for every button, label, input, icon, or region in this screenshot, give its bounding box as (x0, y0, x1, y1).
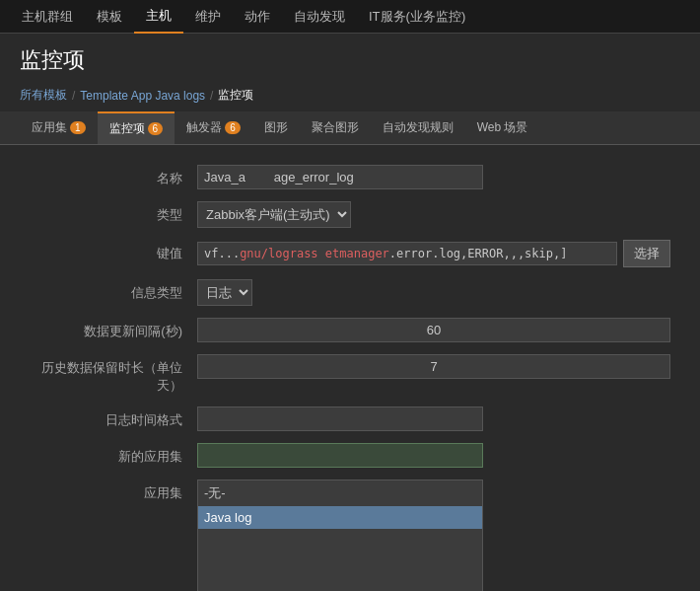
breadcrumb-sep2: / (210, 89, 213, 103)
breadcrumb-current: 监控项 (218, 87, 253, 104)
nav-actions[interactable]: 动作 (233, 0, 282, 34)
new-app-label: 新的应用集 (30, 443, 197, 466)
breadcrumb-all-templates[interactable]: 所有模板 (20, 87, 67, 104)
type-select[interactable]: Zabbix客户端(主动式) (197, 201, 351, 228)
breadcrumb-sep1: / (72, 89, 75, 103)
tab-discovery-rules[interactable]: 自动发现规则 (371, 112, 465, 143)
info-type-select[interactable]: 日志 (197, 279, 252, 306)
nav-hosts[interactable]: 主机 (134, 0, 183, 34)
app-label: 应用集 (30, 480, 197, 502)
key-label: 键值 (30, 240, 197, 262)
tab-web-scenarios[interactable]: Web 场景 (465, 112, 540, 143)
breadcrumb-template[interactable]: Template App Java logs (80, 89, 205, 103)
app-row: 应用集 -无- Java log (30, 480, 670, 591)
key-display: vf...gnu/lograss etmanager.error.log,ERR… (197, 242, 617, 265)
tab-graphs[interactable]: 图形 (252, 112, 300, 143)
history-field-wrapper (197, 354, 670, 379)
name-field-wrapper (197, 165, 670, 189)
log-time-fmt-label: 日志时间格式 (30, 406, 197, 429)
app-listbox[interactable]: -无- Java log (197, 480, 483, 591)
info-type-label: 信息类型 (30, 279, 197, 302)
name-input[interactable] (197, 165, 483, 189)
tab-applications[interactable]: 应用集1 (20, 112, 98, 143)
update-interval-input[interactable] (197, 318, 670, 342)
tab-items[interactable]: 监控项6 (98, 111, 175, 144)
nav-maintenance[interactable]: 维护 (183, 0, 233, 34)
update-interval-label: 数据更新间隔(秒) (30, 318, 197, 340)
top-navigation: 主机群组 模板 主机 维护 动作 自动发现 IT服务(业务监控) (0, 0, 700, 34)
history-input[interactable] (197, 354, 670, 379)
new-app-field-wrapper (197, 443, 670, 468)
log-time-fmt-field-wrapper (197, 406, 670, 431)
log-time-fmt-input[interactable] (197, 406, 483, 431)
new-app-input[interactable] (197, 443, 483, 468)
log-time-fmt-row: 日志时间格式 (30, 406, 670, 431)
name-row: 名称 (30, 165, 670, 189)
form-content: 名称 类型 Zabbix客户端(主动式) 键值 vf...gnu/lograss… (0, 145, 700, 591)
info-type-row: 信息类型 日志 (30, 279, 670, 306)
name-label: 名称 (30, 165, 197, 187)
tab-screens[interactable]: 聚合图形 (300, 112, 371, 143)
type-field-wrapper: Zabbix客户端(主动式) (197, 201, 670, 228)
nav-hostgroups[interactable]: 主机群组 (10, 0, 85, 34)
app-item-none[interactable]: -无- (198, 480, 482, 506)
nav-it-services[interactable]: IT服务(业务监控) (357, 0, 477, 34)
update-interval-field-wrapper (197, 318, 670, 342)
type-row: 类型 Zabbix客户端(主动式) (30, 201, 670, 228)
key-row: 键值 vf...gnu/lograss etmanager.error.log,… (30, 240, 670, 267)
type-label: 类型 (30, 201, 197, 224)
info-type-field-wrapper: 日志 (197, 279, 670, 306)
update-interval-row: 数据更新间隔(秒) (30, 318, 670, 342)
breadcrumb: 所有模板 / Template App Java logs / 监控项 (0, 83, 700, 111)
key-select-button[interactable]: 选择 (623, 240, 670, 267)
app-field-wrapper: -无- Java log (197, 480, 670, 591)
nav-discovery[interactable]: 自动发现 (282, 0, 357, 34)
key-field-wrapper: vf...gnu/lograss etmanager.error.log,ERR… (197, 240, 670, 267)
new-app-row: 新的应用集 (30, 443, 670, 468)
page-title: 监控项 (0, 34, 700, 83)
history-label: 历史数据保留时长（单位天） (30, 354, 197, 395)
sub-tabs: 应用集1 监控项6 触发器6 图形 聚合图形 自动发现规则 Web 场景 (0, 111, 700, 145)
app-item-java-log[interactable]: Java log (198, 506, 482, 529)
history-row: 历史数据保留时长（单位天） (30, 354, 670, 395)
tab-triggers[interactable]: 触发器6 (175, 112, 252, 143)
nav-templates[interactable]: 模板 (85, 0, 134, 34)
